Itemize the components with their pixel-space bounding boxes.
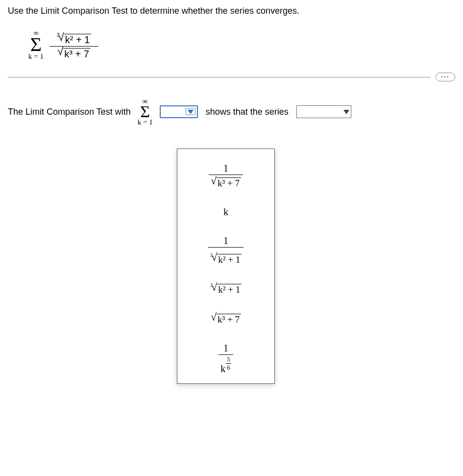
- comparison-series-select[interactable]: [160, 105, 198, 118]
- dropdown-toggle-icon[interactable]: [186, 108, 195, 115]
- chevron-down-icon: [343, 110, 349, 114]
- convergence-result-select[interactable]: [296, 105, 351, 118]
- question-text: Use the Limit Comparison Test to determi…: [8, 6, 455, 16]
- sigma-notation: ∞ Σ k = 1: [28, 29, 44, 60]
- numerator-cube-root: 3√k² + 1: [57, 33, 92, 46]
- more-dots-icon[interactable]: ···: [436, 73, 455, 81]
- denominator-sqrt: √k³ + 7: [57, 47, 91, 60]
- section-divider: ···: [8, 73, 455, 81]
- answer-sigma: ∞ Σ k = 1: [138, 98, 153, 125]
- given-series: ∞ Σ k = 1 3√k² + 1 √k³ + 7: [8, 25, 455, 73]
- answer-middle: shows that the series: [206, 107, 289, 117]
- series-term: 3√k² + 1 √k³ + 7: [49, 29, 98, 60]
- answer-prefix: The Limit Comparison Test with: [8, 107, 131, 117]
- answer-sentence: The Limit Comparison Test with ∞ Σ k = 1…: [8, 98, 455, 125]
